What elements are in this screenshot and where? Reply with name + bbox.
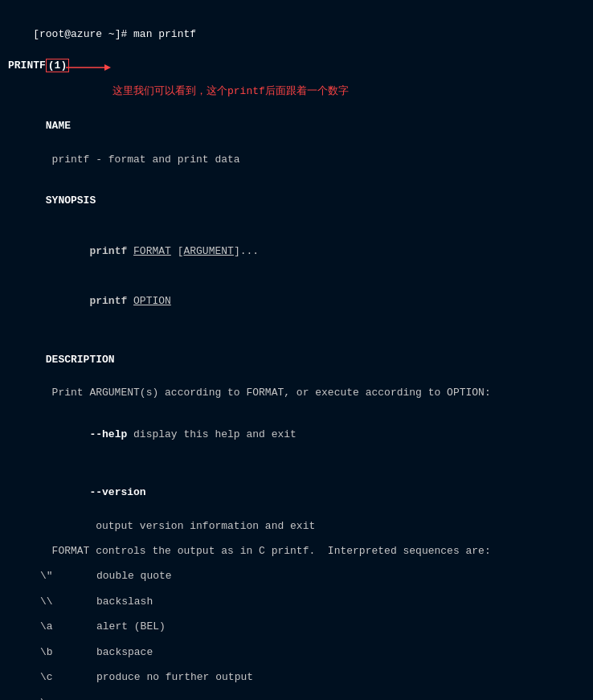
name-content: printf - format and print data [8,152,585,169]
description-section: DESCRIPTION Print ARGUMENT(s) according … [8,335,585,700]
synopsis-line2: printf OPTION [8,276,585,326]
seq-escape-0: \" [40,567,96,584]
synopsis-argument: ARGUMENT [183,245,233,257]
printf-num: (1) [46,59,69,72]
synopsis-option: OPTION [133,295,171,307]
synopsis-printf2-bold: printf [89,295,133,307]
synopsis-printf [46,245,90,257]
printf-title: PRINTF [8,59,46,72]
synopsis-printf2-space [46,295,90,307]
version-desc-line: output version information and exit [8,518,585,535]
seq-row-1: \\backslash [40,593,585,610]
seq-row-0: \"double quote [40,567,585,584]
help-desc: display this help and exit [127,428,296,440]
synopsis-printf-bold: printf [89,245,133,257]
help-indent [46,428,90,440]
format-intro-line: FORMAT controls the output as in C print… [8,543,585,560]
printf-header-area: PRINTF(1) 这里我们可以看到，这个printf后面跟着一个数字 [8,59,585,101]
seq-desc-0: double quote [96,567,172,584]
prompt-line: [root@azure ~]# man printf [8,10,585,59]
description-intro: Print ARGUMENT(s) according to FORMAT, o… [8,385,585,402]
seq-row-4: \cproduce no further output [40,669,585,686]
synopsis-header: SYNOPSIS [8,177,585,227]
synopsis-bracket: [ [171,245,184,257]
name-header: NAME [8,101,585,151]
seq-escape-2: \a [40,618,96,635]
version-line: --version [8,468,585,518]
synopsis-section: SYNOPSIS printf FORMAT [ARGUMENT]... pri… [8,177,585,327]
seq-desc-5: escape [96,694,134,701]
seq-row-2: \aalert (BEL) [40,618,585,635]
synopsis-line1: printf FORMAT [ARGUMENT]... [8,227,585,276]
synopsis-format: FORMAT [133,245,171,257]
version-indent [46,486,90,498]
seq-desc-4: produce no further output [96,669,253,686]
seq-escape-5: \e [40,694,96,701]
seq-escape-1: \\ [40,593,96,610]
annotation-text: 这里我们可以看到，这个printf后面跟着一个数字 [112,84,349,98]
name-section: NAME printf - format and print data [8,101,585,168]
description-header: DESCRIPTION [8,335,585,385]
help-line: --help display this help and exit [8,410,585,460]
seq-row-5: \eescape [40,694,585,701]
seq-desc-3: backspace [96,644,153,661]
seq-row-3: \bbackspace [40,644,585,661]
prompt-text: [root@azure ~]# man printf [33,28,196,40]
seq-desc-1: backslash [96,593,153,610]
seq-escape-3: \b [40,644,96,661]
seq-desc-2: alert (BEL) [96,618,166,635]
synopsis-ellipsis: ]... [234,245,259,257]
help-option: --help [89,428,127,440]
version-option: --version [89,486,145,498]
svg-marker-1 [104,64,111,71]
sequences-list: \"double quote \\backslash \aalert (BEL)… [8,567,585,700]
seq-escape-4: \c [40,669,96,686]
